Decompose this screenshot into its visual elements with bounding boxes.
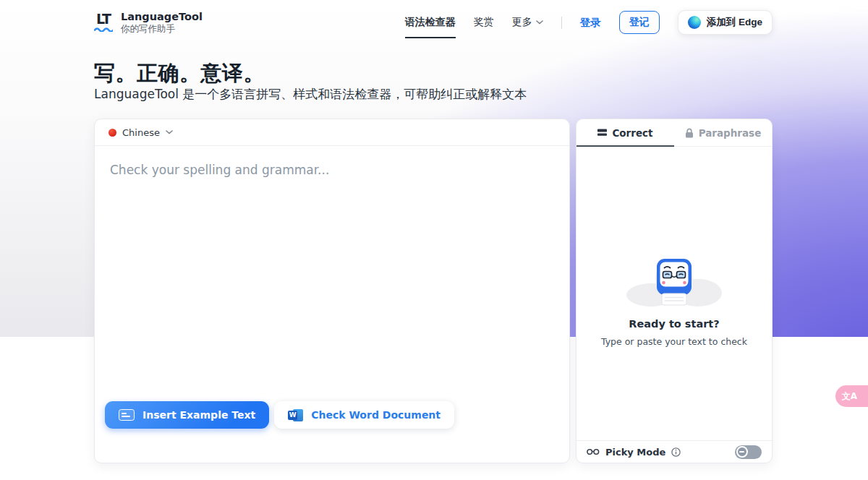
picky-mode-label: Picky Mode [605, 447, 665, 458]
insert-example-text-button[interactable]: Insert Example Text [105, 401, 269, 429]
check-word-document-button[interactable]: W Check Word Document [274, 401, 454, 429]
toggle-knob [736, 446, 748, 458]
text-editor[interactable]: Check your spelling and grammar... Inser… [95, 146, 569, 437]
editor-card: Chinese Check your spelling and grammar.… [94, 119, 570, 463]
picky-mode-toggle[interactable] [735, 445, 762, 459]
signup-button[interactable]: 登记 [619, 11, 660, 34]
empty-state-subtitle: Type or paste your text to check [601, 336, 747, 347]
translate-badge[interactable]: 文A [835, 385, 868, 407]
results-empty-state: Ready to start? Type or paste your text … [576, 147, 772, 440]
nav-divider [561, 17, 562, 29]
main-nav: 语法检查器 奖赏 更多 登录 登记 添加到 Edge [405, 10, 773, 35]
nav-item-label: 更多 [512, 16, 532, 29]
results-tabs: Correct Paraphrase [576, 119, 772, 147]
insert-example-label: Insert Example Text [142, 409, 255, 421]
chevron-down-icon [536, 20, 543, 25]
nav-item-more[interactable]: 更多 [512, 16, 543, 29]
add-to-edge-button[interactable]: 添加到 Edge [678, 10, 773, 35]
glasses-icon [587, 448, 600, 455]
tab-correct-label: Correct [612, 127, 652, 139]
editor-actions: Insert Example Text W Check Word Documen… [105, 401, 454, 429]
info-icon[interactable] [671, 447, 681, 457]
logo-name: LanguageTool [121, 11, 203, 23]
tab-paraphrase[interactable]: Paraphrase [674, 119, 772, 146]
edge-button-label: 添加到 Edge [707, 16, 762, 29]
language-flag-icon [109, 129, 116, 137]
page-subtitle: LanguageTool 是一个多语言拼写、样式和语法检查器，可帮助纠正或解释文… [94, 86, 527, 103]
empty-state-title: Ready to start? [601, 318, 747, 330]
language-selector[interactable]: Chinese [95, 119, 569, 146]
tab-correct[interactable]: Correct [576, 119, 674, 146]
results-panel: Correct Paraphrase [576, 119, 773, 463]
document-icon [119, 409, 135, 421]
header: LT LanguageTool 你的写作助手 语法检查器 奖赏 更多 登录 登记 [0, 0, 868, 45]
lock-icon [685, 128, 694, 138]
chevron-down-icon [166, 130, 173, 134]
correct-tab-icon [597, 129, 607, 137]
login-link[interactable]: 登录 [580, 16, 601, 30]
logo-lt-text: LT [96, 12, 111, 26]
check-word-label: Check Word Document [311, 409, 441, 421]
language-label: Chinese [122, 127, 160, 138]
tab-paraphrase-label: Paraphrase [699, 127, 762, 139]
active-tab-underline [576, 145, 674, 147]
edge-browser-icon [688, 16, 701, 29]
nav-item-rewards[interactable]: 奖赏 [474, 16, 494, 29]
word-document-icon: W [288, 408, 303, 422]
picky-mode-bar: Picky Mode [576, 440, 772, 463]
editor-placeholder: Check your spelling and grammar... [95, 146, 569, 194]
logo-mark: LT [94, 12, 113, 32]
logo-text: LanguageTool 你的写作助手 [121, 11, 203, 34]
nav-item-grammar-checker[interactable]: 语法检查器 [405, 16, 456, 29]
robot-mascot-illustration [624, 254, 725, 309]
nav-item-label: 奖赏 [474, 16, 494, 29]
logo-tagline: 你的写作助手 [121, 23, 203, 34]
logo[interactable]: LT LanguageTool 你的写作助手 [94, 11, 203, 34]
nav-item-label: 语法检查器 [405, 16, 456, 29]
page-title: 写。正确。意译。 [94, 59, 265, 88]
logo-wave-icon [94, 27, 113, 32]
